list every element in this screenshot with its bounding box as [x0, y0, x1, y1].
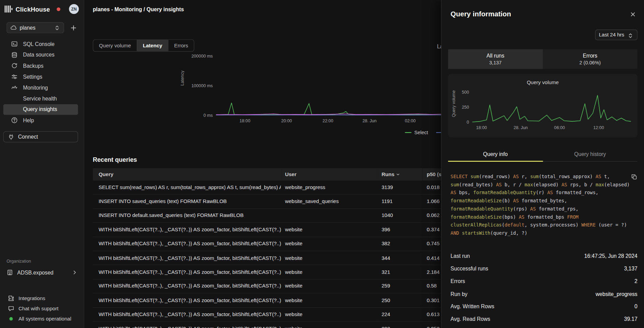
cell-runs: 250	[377, 293, 423, 307]
service-name: planes	[20, 25, 51, 31]
cell-user: website	[281, 307, 377, 321]
avatar[interactable]: ZN	[69, 4, 79, 14]
notification-dot[interactable]	[57, 7, 60, 11]
footer-item-chat-with-support[interactable]: Chat with support	[3, 303, 80, 313]
footer-item-integrations[interactable]: Integrations	[3, 293, 80, 303]
cell-user: website	[281, 237, 377, 251]
cell-runs: 1040	[377, 208, 423, 222]
cell-user: website_progress	[281, 181, 377, 194]
copy-icon[interactable]	[630, 173, 638, 181]
svg-text:28. Jun: 28. Jun	[514, 125, 528, 130]
svg-text:100000 ms: 100000 ms	[192, 83, 213, 88]
sidebar-item-settings[interactable]: Settings	[3, 71, 78, 82]
cell-query: INSERT INTO default.saved_queries (text)…	[93, 208, 281, 222]
sql-block: SELECT sum(read_rows) AS r, sum(total_ro…	[451, 173, 638, 237]
brand-name: ClickHouse	[16, 5, 50, 12]
sidebar-item-label: Settings	[23, 74, 42, 80]
integrations-icon	[8, 295, 14, 301]
detail-row-errors: Errors2	[451, 275, 638, 287]
chevron-up-down-icon	[54, 25, 60, 31]
svg-text:500: 500	[462, 90, 469, 95]
organization-label: Organization	[6, 259, 84, 263]
stat-tab-errors[interactable]: Errors2 (0.06%)	[543, 49, 638, 69]
cell-user: website	[281, 322, 377, 328]
detail-row-avg-read-rows: Avg. Read Rows39.17	[451, 313, 638, 325]
cell-runs: 344	[377, 251, 423, 265]
footer-item-label: Chat with support	[18, 306, 58, 311]
sidebar-item-label: Query insights	[23, 106, 57, 112]
svg-text:20:00: 20:00	[281, 119, 292, 123]
time-range-select[interactable]: Last 24 hrs	[595, 30, 638, 40]
cell-runs: 224	[377, 307, 423, 321]
cell-query: INSERT INTO saved_queries (text) FORMAT …	[93, 194, 281, 208]
query-details-list: Last run16:47:25, Jun 28 2024Successful …	[451, 250, 638, 328]
svg-text:12:00: 12:00	[593, 125, 604, 130]
cell-user: website	[281, 265, 377, 279]
column-header-user[interactable]: User	[281, 168, 377, 181]
cell-runs: 203	[377, 322, 423, 328]
cell-runs: 321	[377, 265, 423, 279]
sidebar-item-data-sources[interactable]: Data sources	[3, 49, 78, 60]
detail-row-avg-written-rows: Avg. Written Rows0	[451, 300, 638, 313]
cloud-icon	[10, 25, 17, 31]
cell-runs: 259	[377, 279, 423, 293]
cell-query: WITH bitShiftLeft(CAST(?..), _CAST(?..))…	[93, 307, 281, 321]
runs-errors-tabs: All runs3,137Errors2 (0.06%)	[448, 49, 637, 69]
plug-icon	[8, 134, 14, 140]
sidebar: ClickHouse ZN planes SQL ConsoleData sou…	[0, 0, 84, 328]
sidebar-item-backups[interactable]: Backups	[3, 60, 78, 71]
footer-item-all-systems-operational[interactable]: All systems operational	[3, 313, 80, 324]
query-information-panel: Query information Last 24 hrs All runs3,…	[441, 0, 644, 328]
cell-user: website_saved_queries	[281, 194, 377, 208]
sidebar-item-label: Monitoring	[23, 84, 48, 91]
chat-icon	[8, 305, 14, 312]
stat-tab-all-runs[interactable]: All runs3,137	[448, 49, 543, 69]
sidebar-footer: IntegrationsChat with supportAll systems…	[3, 293, 80, 324]
tab-latency[interactable]: Latency	[137, 40, 168, 51]
connect-label: Connect	[18, 134, 38, 140]
tab-query-history[interactable]: Query history	[543, 148, 638, 162]
series-queries	[472, 95, 631, 122]
cell-user: website	[281, 223, 377, 237]
tab-query-volume[interactable]: Query volume	[93, 40, 136, 51]
cell-query: WITH bitShiftLeft(CAST(?..), _CAST(?..))…	[93, 265, 281, 279]
cell-query: WITH bitShiftLeft(CAST(?..), _CAST(?..))…	[93, 223, 281, 237]
breadcrumb: planes - Monitoring / Query insights	[93, 6, 184, 12]
detail-row-last-run: Last run16:47:25, Jun 28 2024	[451, 250, 638, 262]
help-icon	[11, 117, 18, 124]
column-header-query[interactable]: Query	[93, 168, 281, 181]
sidebar-item-sql-console[interactable]: SQL Console	[3, 38, 78, 49]
service-selector[interactable]: planes	[6, 22, 64, 33]
cell-query: WITH bitShiftLeft(CAST(?..), _CAST(?..))…	[93, 322, 281, 328]
sidebar-item-query-insights[interactable]: Query insights	[3, 104, 78, 115]
sidebar-nav: SQL ConsoleData sourcesBackupsSettingsMo…	[0, 38, 84, 126]
stat-value: 3,137	[489, 60, 501, 66]
legend-item-select[interactable]: Select	[405, 130, 428, 136]
svg-text:200000 ms: 200000 ms	[192, 54, 213, 59]
connect-button[interactable]: Connect	[3, 131, 78, 143]
cell-user: website	[281, 293, 377, 307]
organization-item[interactable]: ADSB.exposed	[0, 267, 84, 278]
sidebar-item-label: SQL Console	[23, 41, 55, 47]
clickhouse-console: ClickHouse ZN planes SQL ConsoleData sou…	[0, 0, 644, 328]
panel-title: Query information	[451, 10, 629, 18]
sidebar-item-help[interactable]: Help	[3, 115, 78, 126]
organization-section: Organization ADSB.exposed	[0, 259, 84, 278]
sidebar-item-service-health[interactable]: Service health	[3, 93, 78, 104]
chevron-up-down-icon	[627, 32, 634, 38]
clickhouse-logo-icon[interactable]	[4, 4, 13, 14]
building-icon	[6, 269, 13, 276]
footer-item-label: Integrations	[18, 295, 45, 301]
sidebar-item-monitoring[interactable]: Monitoring	[3, 82, 78, 93]
close-button[interactable]	[628, 10, 638, 19]
sidebar-item-label: Service health	[23, 95, 57, 101]
data-sources-icon	[11, 52, 18, 58]
sidebar-item-label: Help	[23, 117, 34, 123]
column-header-runs[interactable]: Runs	[377, 168, 423, 181]
cell-user	[281, 208, 377, 222]
add-service-button[interactable]	[69, 23, 78, 32]
status-dot-icon	[8, 315, 14, 322]
brand-row: ClickHouse ZN	[4, 4, 79, 14]
tab-query-info[interactable]: Query info	[448, 148, 543, 162]
detail-row-successful-runs: Successful runs3,137	[451, 262, 638, 275]
